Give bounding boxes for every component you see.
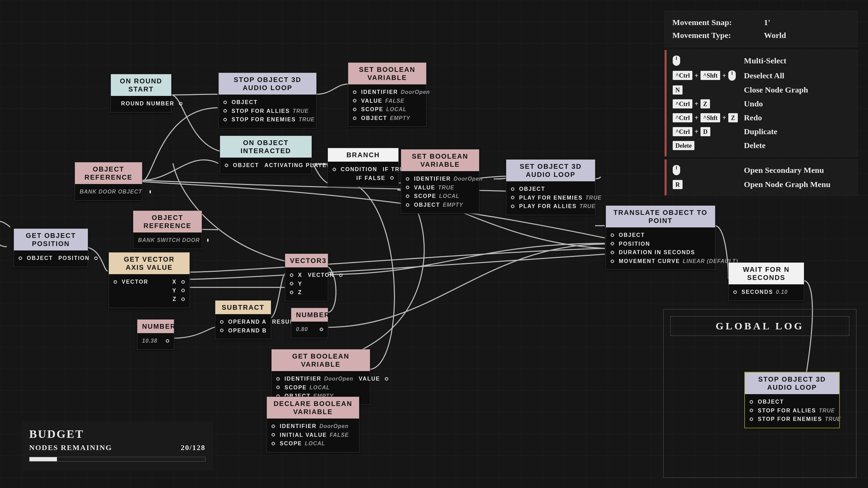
mouse-icon [673,56,680,66]
hotkey-row: ^Ctrl+^Shft+Deselect All [673,70,851,81]
hotkey-label: Open Node Graph Menu [744,180,830,188]
global-log-title: GLOBAL LOG [670,316,849,336]
node-get-vec-axis[interactable]: GET VECTOR AXIS VALUE VECTOR X Y Z [108,252,190,308]
budget-panel: BUDGET NODES REMAINING 20/128 [22,422,213,470]
node-set-bool-1[interactable]: SET BOOLEAN VARIABLE IDENTIFIER DoorOpen… [348,62,427,127]
node-stop-audio-2[interactable]: STOP OBJECT 3D AUDIO LOOP OBJECT STOP FO… [745,372,840,428]
node-title: TRANSLATE OBJECT TO POINT [606,206,715,227]
key-cap: ^Ctrl [673,71,692,80]
hotkey-row: ^Ctrl+ZUndo [673,99,851,108]
node-title: NUMBER [291,308,328,322]
hotkey-row: ^Ctrl+^Shft+ZRedo [673,113,851,122]
hotkey-row: DeleteDelete [673,141,851,150]
hotkey-label: Delete [744,141,766,149]
budget-value: 20/128 [181,444,205,451]
node-title: WAIT FOR N SECONDS [729,263,804,284]
node-number-2[interactable]: NUMBER 0.80 [291,308,328,338]
node-objref-1[interactable]: OBJECT REFERENCE BANK DOOR OBJECT [75,162,142,201]
key-cap: D [701,127,710,136]
hotkey-label: Redo [744,114,762,122]
hotkey-label: Multi-Select [744,57,786,65]
budget-bar [29,457,205,462]
node-title: SET OBJECT 3D AUDIO LOOP [506,160,595,181]
hotkey-card-2: Open Secondary MenuROpen Node Graph Menu [665,159,858,196]
key-cap: N [673,85,683,95]
node-title: GET OBJECT POSITION [14,229,88,250]
node-subtract[interactable]: SUBTRACT OPERAND A RESULT OPERAND B [215,300,271,339]
budget-title: BUDGET [29,428,205,440]
node-title: SET BOOLEAN VARIABLE [348,63,426,84]
node-title: GET BOOLEAN VARIABLE [272,349,370,371]
budget-label: NODES REMAINING [29,444,112,451]
node-title: GET VECTOR AXIS VALUE [109,252,190,274]
movement-snap-label: Movement Snap: [672,16,747,29]
info-panel: Movement Snap: 1' Movement Type: World M… [665,11,858,198]
hotkey-card-1: Multi-Select^Ctrl+^Shft+Deselect AllNClo… [665,50,858,157]
key-cap: Z [701,99,710,108]
key-cap: ^Shft [701,113,720,122]
movement-type-value: World [764,29,786,42]
hotkey-label: Deselect All [744,72,784,80]
hotkey-label: Undo [744,100,763,108]
node-title: OBJECT REFERENCE [75,162,142,184]
movement-card: Movement Snap: 1' Movement Type: World [665,11,858,47]
node-title: ON ROUND START [111,74,171,96]
key-cap: R [673,180,683,189]
node-stop-audio-1[interactable]: STOP OBJECT 3D AUDIO LOOP OBJECT STOP FO… [218,73,317,128]
node-number-1[interactable]: NUMBER 10.38 [137,319,174,350]
node-vector3[interactable]: VECTOR3 X VECTOR Y Z [285,253,328,301]
node-set-audio[interactable]: SET OBJECT 3D AUDIO LOOP OBJECT PLAY FOR… [506,159,595,215]
hotkey-label: Close Node Graph [744,86,808,94]
node-wait[interactable]: WAIT FOR N SECONDS SECONDS 0.10 [728,262,804,301]
hotkey-row: NClose Node Graph [673,85,851,95]
key-cap: ^Ctrl [673,99,692,108]
node-declare-bool[interactable]: DECLARE BOOLEAN VARIABLE IDENTIFIER Door… [267,396,359,452]
hotkey-row: ROpen Node Graph Menu [673,180,851,189]
node-title: VECTOR3 [285,254,328,267]
node-title: DECLARE BOOLEAN VARIABLE [267,397,359,419]
node-branch[interactable]: BRANCH CONDITION IF TRUE IF FALSE [328,148,399,187]
mouse-icon [728,70,736,81]
hotkey-row: Open Secondary Menu [673,165,851,175]
node-title: STOP OBJECT 3D AUDIO LOOP [745,372,839,394]
node-title: STOP OBJECT 3D AUDIO LOOP [219,73,316,95]
key-cap: ^Ctrl [673,127,692,136]
node-title: BRANCH [328,148,398,162]
key-cap: Z [728,113,738,122]
node-on-round-start[interactable]: ON ROUND START ROUND NUMBER [111,74,172,113]
movement-snap-value: 1' [764,16,770,29]
node-get-pos[interactable]: GET OBJECT POSITION OBJECT POSITION [14,228,88,267]
key-cap: Delete [673,141,694,150]
node-title: SUBTRACT [215,301,271,314]
hotkey-label: Duplicate [744,127,777,136]
node-translate[interactable]: TRANSLATE OBJECT TO POINT OBJECT POSITIO… [606,205,715,270]
mouse-icon [673,165,680,175]
hotkey-row: ^Ctrl+DDuplicate [673,127,851,136]
node-set-bool-2[interactable]: SET BOOLEAN VARIABLE IDENTIFIER DoorOpen… [401,149,479,214]
key-cap: ^Shft [701,71,720,80]
hotkey-row: Multi-Select [673,56,851,66]
node-title: SET BOOLEAN VARIABLE [401,149,479,171]
node-objref-2[interactable]: OBJECT REFERENCE BANK SWITCH DOOR [133,210,202,249]
movement-type-label: Movement Type: [672,29,747,42]
node-on-interact[interactable]: ON OBJECT INTERACTED OBJECT ACTIVATING P… [220,136,312,174]
node-title: OBJECT REFERENCE [133,211,202,232]
hotkey-label: Open Secondary Menu [744,166,824,174]
key-cap: ^Ctrl [673,113,692,122]
node-title: NUMBER [137,320,174,333]
node-title: ON OBJECT INTERACTED [220,136,312,158]
